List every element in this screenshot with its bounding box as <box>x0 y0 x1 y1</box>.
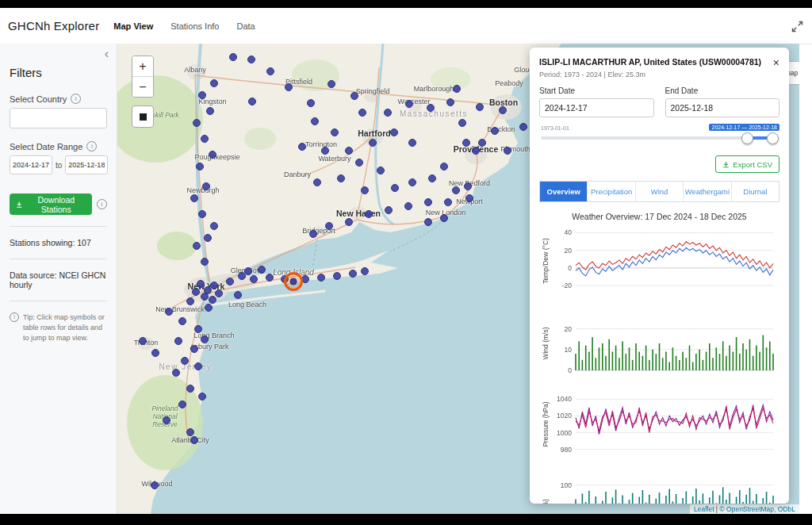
station-marker[interactable] <box>391 184 399 192</box>
station-marker[interactable] <box>197 280 205 288</box>
station-marker[interactable] <box>196 163 204 171</box>
station-marker[interactable] <box>307 99 315 107</box>
slider-handle-start[interactable] <box>741 132 753 144</box>
station-marker[interactable] <box>151 349 159 357</box>
station-marker[interactable] <box>440 163 448 171</box>
leaflet-link[interactable]: Leaflet <box>694 505 714 513</box>
panel-start-date-field[interactable] <box>539 98 654 117</box>
zoom-out-button[interactable]: − <box>132 76 153 97</box>
station-marker[interactable] <box>151 481 159 489</box>
station-marker[interactable] <box>178 317 186 325</box>
station-marker[interactable] <box>428 174 436 182</box>
station-marker[interactable] <box>452 186 460 194</box>
station-marker[interactable] <box>209 296 216 304</box>
download-stations-button[interactable]: Download Stations <box>10 194 92 215</box>
station-marker[interactable] <box>226 278 234 285</box>
info-icon[interactable]: i <box>97 199 107 209</box>
station-marker[interactable] <box>266 274 274 282</box>
station-marker[interactable] <box>424 198 432 206</box>
panel-end-date-field[interactable] <box>665 98 780 117</box>
station-marker[interactable] <box>193 242 201 250</box>
station-marker[interactable] <box>349 270 357 278</box>
osm-link[interactable]: © OpenStreetMap, ODbL <box>719 505 795 513</box>
station-marker[interactable] <box>258 266 266 274</box>
end-date-field[interactable] <box>65 155 108 174</box>
station-marker[interactable] <box>390 128 398 136</box>
station-marker[interactable] <box>190 194 198 202</box>
station-marker[interactable] <box>446 98 454 106</box>
station-marker[interactable] <box>444 198 452 206</box>
station-marker[interactable] <box>201 293 209 301</box>
station-marker[interactable] <box>192 288 200 296</box>
fullscreen-icon[interactable] <box>788 17 806 35</box>
station-marker[interactable] <box>405 100 413 108</box>
station-marker[interactable] <box>204 234 212 242</box>
station-marker[interactable] <box>384 109 392 117</box>
export-csv-button[interactable]: Export CSV <box>715 155 779 173</box>
station-marker[interactable] <box>465 194 473 202</box>
station-marker[interactable] <box>210 282 218 289</box>
station-marker[interactable] <box>369 139 377 147</box>
info-icon[interactable]: i <box>71 94 81 104</box>
station-marker[interactable] <box>462 139 470 147</box>
station-marker[interactable] <box>317 274 325 282</box>
station-marker[interactable] <box>194 362 202 370</box>
station-marker[interactable] <box>202 182 210 190</box>
station-marker[interactable] <box>358 109 366 117</box>
station-marker[interactable] <box>181 357 189 365</box>
station-marker[interactable] <box>248 98 256 105</box>
station-marker[interactable] <box>206 107 214 115</box>
tab-stations-info[interactable]: Stations Info <box>170 18 219 34</box>
close-icon[interactable]: × <box>773 57 779 68</box>
station-marker[interactable] <box>210 222 218 230</box>
info-icon[interactable]: i <box>86 141 97 151</box>
station-marker[interactable] <box>266 67 274 75</box>
station-marker[interactable] <box>361 186 369 194</box>
station-marker[interactable] <box>186 428 194 436</box>
station-marker[interactable] <box>385 206 393 214</box>
panel-tab-precipitation[interactable]: Precipitation <box>588 182 635 201</box>
panel-tab-weathergami[interactable]: Weathergami <box>684 182 731 201</box>
station-marker[interactable] <box>350 92 358 100</box>
station-marker[interactable] <box>427 104 435 112</box>
station-marker[interactable] <box>190 436 198 444</box>
station-marker[interactable] <box>234 291 242 299</box>
station-marker[interactable] <box>458 119 466 127</box>
station-marker[interactable] <box>194 325 202 333</box>
station-marker[interactable] <box>313 178 321 186</box>
station-marker[interactable] <box>209 151 216 159</box>
zoom-in-button[interactable]: + <box>132 56 153 76</box>
start-date-field[interactable] <box>10 155 52 174</box>
station-marker[interactable] <box>478 139 486 147</box>
station-marker[interactable] <box>198 210 206 218</box>
station-marker[interactable] <box>205 304 213 312</box>
station-marker[interactable] <box>404 202 412 210</box>
sidebar-collapse-icon[interactable]: ‹ <box>105 47 109 61</box>
station-marker[interactable] <box>186 385 194 393</box>
station-marker[interactable] <box>499 106 507 114</box>
station-marker[interactable] <box>408 178 416 186</box>
station-marker[interactable] <box>440 214 448 222</box>
station-marker[interactable] <box>453 85 461 93</box>
home-extent-button[interactable] <box>132 105 154 128</box>
selected-station-marker[interactable] <box>284 272 303 291</box>
panel-tab-overview[interactable]: Overview <box>540 182 588 201</box>
station-marker[interactable] <box>190 345 198 353</box>
station-marker[interactable] <box>325 222 333 230</box>
tab-data[interactable]: Data <box>236 18 255 34</box>
station-marker[interactable] <box>327 80 335 88</box>
station-marker[interactable] <box>139 337 147 345</box>
station-marker[interactable] <box>215 289 223 297</box>
station-marker[interactable] <box>331 128 339 136</box>
station-marker[interactable] <box>174 337 182 345</box>
station-marker[interactable] <box>377 167 385 174</box>
station-marker[interactable] <box>311 117 319 125</box>
station-marker[interactable] <box>309 230 317 238</box>
station-marker[interactable] <box>298 143 306 151</box>
station-marker[interactable] <box>361 267 369 275</box>
station-marker[interactable] <box>178 400 186 408</box>
station-marker[interactable] <box>198 393 206 400</box>
station-marker[interactable] <box>408 139 416 147</box>
tab-map-view[interactable]: Map View <box>113 18 153 34</box>
station-marker[interactable] <box>250 275 258 283</box>
